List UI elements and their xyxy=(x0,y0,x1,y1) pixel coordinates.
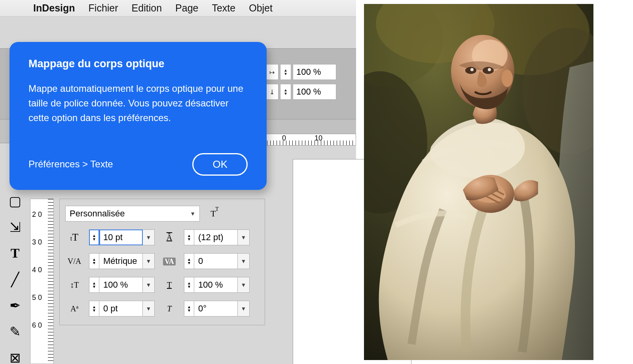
menu-edition[interactable]: Edition xyxy=(132,2,162,14)
coach-mark-tooltip: Mappage du corps optique Mappe automatiq… xyxy=(9,42,267,190)
tool-frame-icon[interactable]: ▢ xyxy=(5,191,25,210)
skew-field[interactable]: ▲▼ 0° ▼ xyxy=(184,301,250,317)
chevron-down-icon[interactable]: ▼ xyxy=(143,253,155,269)
kerning-icon: V/A xyxy=(65,257,83,266)
indesign-app: InDesign Fichier Edition Page Texte Obje… xyxy=(0,0,356,364)
tool-line-icon[interactable]: ╱ xyxy=(5,270,25,289)
tool-pen-icon[interactable]: ✒ xyxy=(5,296,25,315)
vert-scale-icon: ⤓ xyxy=(265,84,279,100)
chevron-down-icon[interactable]: ▼ xyxy=(143,229,155,245)
vert-scale-stepper[interactable]: ▲▼ xyxy=(280,84,291,100)
ruler-tick-10: 10 xyxy=(315,134,322,142)
skew-stepper[interactable]: ▲▼ xyxy=(184,301,194,317)
menu-texte[interactable]: Texte xyxy=(212,2,235,14)
coach-mark-title: Mappage du corps optique xyxy=(28,58,248,70)
tracking-field[interactable]: ▲▼ 0 ▼ xyxy=(184,253,250,269)
ruler-tick-0: 0 xyxy=(282,134,286,142)
chevron-down-icon[interactable]: ▼ xyxy=(238,229,250,245)
menu-objet[interactable]: Objet xyxy=(249,2,273,14)
chevron-down-icon[interactable]: ▼ xyxy=(238,277,250,293)
ruler-v-30: 3 0 xyxy=(32,239,42,246)
workspace: ↦ ▲▼ 100 % ⤓ ▲▼ 100 % 0 10 2 0 3 0 4 0 5… xyxy=(0,17,356,364)
font-size-field[interactable]: ▲▼ 10 pt ▼ xyxy=(89,229,155,245)
horz-scale-char-stepper[interactable]: ▲▼ xyxy=(184,277,194,293)
kerning-value: Métrique xyxy=(99,253,143,269)
chevron-down-icon[interactable]: ▼ xyxy=(238,253,250,269)
vert-scale-char-field[interactable]: ▲▼ 100 % ▼ xyxy=(89,277,155,293)
optical-size-value: Personnalisée xyxy=(70,209,125,219)
kerning-field[interactable]: ▲▼ Métrique ▼ xyxy=(89,253,155,269)
tool-gap-icon[interactable]: ⇲ xyxy=(5,218,25,237)
toolbar: ▢ ⇲ T ╱ ✒ ✎ ⊠ xyxy=(3,191,27,364)
tracking-stepper[interactable]: ▲▼ xyxy=(184,253,194,269)
baseline-shift-stepper[interactable]: ▲▼ xyxy=(89,301,99,317)
svg-point-12 xyxy=(488,68,491,71)
baseline-shift-value: 0 pt xyxy=(99,301,143,317)
font-size-stepper[interactable]: ▲▼ xyxy=(89,229,99,245)
menu-page[interactable]: Page xyxy=(175,2,198,14)
font-size-value: 10 pt xyxy=(99,229,143,245)
horiz-scale-stepper[interactable]: ▲▼ xyxy=(280,64,291,80)
coach-mark-pref-path: Préférences > Texte xyxy=(28,159,113,170)
coach-mark-ok-button[interactable]: OK xyxy=(192,153,248,176)
font-size-icon: tT xyxy=(65,231,83,243)
ruler-v-50: 5 0 xyxy=(32,294,42,301)
baseline-shift-field[interactable]: ▲▼ 0 pt ▼ xyxy=(89,301,155,317)
optical-size-icon[interactable]: TT xyxy=(205,206,221,222)
horz-scale-char-field[interactable]: ▲▼ 100 % ▼ xyxy=(184,277,250,293)
scale-controls: ↦ ▲▼ 100 % ⤓ ▲▼ 100 % xyxy=(265,64,336,100)
coach-mark-body: Mappe automatiquement le corps optique p… xyxy=(28,81,248,125)
skew-value: 0° xyxy=(194,301,238,317)
horiz-scale-field[interactable]: 100 % xyxy=(293,64,336,80)
tool-pencil-icon[interactable]: ✎ xyxy=(5,322,25,341)
leading-stepper[interactable]: ▲▼ xyxy=(184,229,194,245)
horiz-scale-icon: ↦ xyxy=(265,64,279,80)
vert-scale-char-value: 100 % xyxy=(99,277,143,293)
chevron-down-icon[interactable]: ▼ xyxy=(238,301,250,317)
skew-icon: T xyxy=(160,304,178,313)
horz-scale-char-icon: T xyxy=(160,281,178,290)
vert-scale-char-stepper[interactable]: ▲▼ xyxy=(89,277,99,293)
menubar-app-name[interactable]: InDesign xyxy=(33,2,75,14)
leading-icon: Â xyxy=(160,233,178,242)
ruler-v-60: 6 0 xyxy=(32,322,42,329)
ruler-v-20: 2 0 xyxy=(32,211,42,218)
horz-scale-char-value: 100 % xyxy=(194,277,238,293)
painting-image xyxy=(364,4,593,360)
tracking-value: 0 xyxy=(194,253,238,269)
vert-scale-field[interactable]: 100 % xyxy=(293,84,336,100)
chevron-down-icon[interactable]: ▼ xyxy=(143,277,155,293)
svg-point-11 xyxy=(470,68,474,71)
tool-type-icon[interactable]: T xyxy=(5,244,25,263)
optical-size-select[interactable]: Personnalisée ▼ xyxy=(65,206,200,222)
menu-fichier[interactable]: Fichier xyxy=(89,2,118,14)
leading-value: (12 pt) xyxy=(194,229,238,245)
baseline-shift-icon: Aª xyxy=(65,304,83,313)
ruler-v-40: 4 0 xyxy=(32,266,42,273)
character-panel: Personnalisée ▼ TT tT ▲▼ 10 pt ▼ Â xyxy=(59,199,265,325)
svg-point-13 xyxy=(502,70,513,87)
chevron-down-icon[interactable]: ▼ xyxy=(143,301,155,317)
tool-rect-frame-icon[interactable]: ⊠ xyxy=(5,348,25,364)
chevron-down-icon: ▼ xyxy=(190,210,195,217)
leading-field[interactable]: ▲▼ (12 pt) ▼ xyxy=(184,229,250,245)
vertical-ruler[interactable]: 2 0 3 0 4 0 5 0 6 0 xyxy=(30,199,54,364)
vert-scale-char-icon: ↕T xyxy=(65,281,83,290)
kerning-stepper[interactable]: ▲▼ xyxy=(89,253,99,269)
tracking-icon: VA xyxy=(160,257,178,266)
menubar: InDesign Fichier Edition Page Texte Obje… xyxy=(0,0,356,17)
